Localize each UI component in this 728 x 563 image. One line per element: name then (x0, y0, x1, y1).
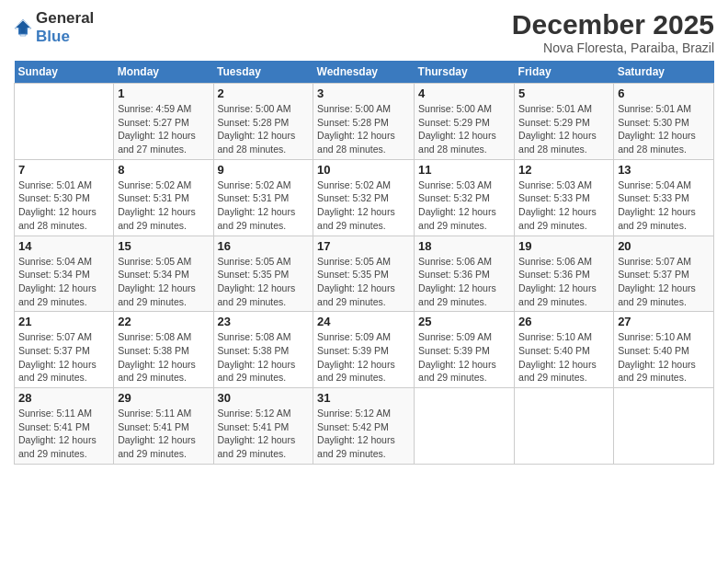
day-info: Sunrise: 5:11 AM Sunset: 5:41 PM Dayligh… (118, 407, 209, 461)
day-number: 8 (118, 163, 209, 177)
weekday-header: Saturday (614, 61, 714, 84)
day-info: Sunrise: 4:59 AM Sunset: 5:27 PM Dayligh… (118, 102, 209, 156)
day-number: 17 (317, 239, 410, 253)
calendar-cell: 22Sunrise: 5:08 AM Sunset: 5:38 PM Dayli… (114, 312, 213, 388)
day-number: 28 (18, 391, 109, 405)
header: General Blue December 2025 Nova Floresta… (14, 9, 714, 55)
day-number: 16 (218, 239, 310, 253)
calendar-week-row: 14Sunrise: 5:04 AM Sunset: 5:34 PM Dayli… (15, 236, 714, 312)
day-info: Sunrise: 5:09 AM Sunset: 5:39 PM Dayligh… (317, 330, 410, 385)
calendar-cell: 25Sunrise: 5:09 AM Sunset: 5:39 PM Dayli… (415, 312, 515, 388)
day-info: Sunrise: 5:12 AM Sunset: 5:42 PM Dayligh… (317, 407, 410, 461)
weekday-header: Wednesday (313, 61, 415, 84)
calendar-cell (515, 388, 614, 465)
calendar-cell: 30Sunrise: 5:12 AM Sunset: 5:41 PM Dayli… (213, 388, 313, 465)
calendar-cell: 5Sunrise: 5:01 AM Sunset: 5:29 PM Daylig… (515, 84, 614, 160)
day-info: Sunrise: 5:02 AM Sunset: 5:32 PM Dayligh… (317, 178, 410, 233)
day-info: Sunrise: 5:04 AM Sunset: 5:34 PM Dayligh… (18, 255, 109, 309)
weekday-header: Tuesday (213, 61, 313, 84)
day-info: Sunrise: 5:06 AM Sunset: 5:36 PM Dayligh… (518, 255, 609, 309)
day-number: 7 (18, 163, 109, 177)
day-number: 6 (618, 86, 710, 100)
weekday-header: Thursday (415, 61, 515, 84)
day-number: 2 (218, 86, 310, 100)
calendar-week-row: 21Sunrise: 5:07 AM Sunset: 5:37 PM Dayli… (15, 312, 714, 388)
day-number: 31 (317, 391, 410, 405)
calendar-cell: 19Sunrise: 5:06 AM Sunset: 5:36 PM Dayli… (515, 236, 614, 312)
day-number: 12 (518, 163, 609, 177)
header-row: SundayMondayTuesdayWednesdayThursdayFrid… (15, 61, 714, 84)
day-number: 19 (518, 239, 609, 253)
day-info: Sunrise: 5:03 AM Sunset: 5:32 PM Dayligh… (418, 178, 510, 233)
subtitle: Nova Floresta, Paraiba, Brazil (512, 40, 714, 55)
day-info: Sunrise: 5:11 AM Sunset: 5:41 PM Dayligh… (18, 407, 109, 461)
calendar-cell: 11Sunrise: 5:03 AM Sunset: 5:32 PM Dayli… (415, 159, 515, 236)
calendar-cell: 2Sunrise: 5:00 AM Sunset: 5:28 PM Daylig… (213, 84, 313, 160)
day-info: Sunrise: 5:12 AM Sunset: 5:41 PM Dayligh… (218, 407, 310, 461)
day-info: Sunrise: 5:06 AM Sunset: 5:36 PM Dayligh… (418, 255, 510, 309)
day-number: 30 (218, 391, 310, 405)
day-info: Sunrise: 5:08 AM Sunset: 5:38 PM Dayligh… (118, 330, 209, 385)
weekday-header: Monday (114, 61, 213, 84)
day-info: Sunrise: 5:10 AM Sunset: 5:40 PM Dayligh… (518, 330, 609, 385)
day-number: 10 (317, 163, 410, 177)
day-number: 15 (118, 239, 209, 253)
day-number: 25 (418, 315, 510, 328)
day-info: Sunrise: 5:01 AM Sunset: 5:29 PM Dayligh… (518, 102, 609, 156)
calendar-cell: 13Sunrise: 5:04 AM Sunset: 5:33 PM Dayli… (614, 159, 714, 236)
day-info: Sunrise: 5:01 AM Sunset: 5:30 PM Dayligh… (618, 102, 710, 156)
calendar-cell: 24Sunrise: 5:09 AM Sunset: 5:39 PM Dayli… (313, 312, 415, 388)
calendar-cell: 10Sunrise: 5:02 AM Sunset: 5:32 PM Dayli… (313, 159, 415, 236)
day-number: 26 (518, 315, 609, 328)
day-number: 5 (518, 86, 609, 100)
day-number: 9 (218, 163, 310, 177)
calendar-cell: 27Sunrise: 5:10 AM Sunset: 5:40 PM Dayli… (614, 312, 714, 388)
logo-general: General (36, 9, 94, 27)
calendar-cell: 31Sunrise: 5:12 AM Sunset: 5:42 PM Dayli… (313, 388, 415, 465)
logo-icon (14, 18, 32, 37)
day-number: 11 (418, 163, 510, 177)
day-number: 4 (418, 86, 510, 100)
calendar-cell: 9Sunrise: 5:02 AM Sunset: 5:31 PM Daylig… (213, 159, 313, 236)
day-info: Sunrise: 5:00 AM Sunset: 5:28 PM Dayligh… (218, 102, 310, 156)
calendar-cell: 23Sunrise: 5:08 AM Sunset: 5:38 PM Dayli… (213, 312, 313, 388)
calendar-cell (15, 84, 114, 160)
day-number: 22 (118, 315, 209, 328)
day-number: 14 (18, 239, 109, 253)
calendar-cell: 3Sunrise: 5:00 AM Sunset: 5:28 PM Daylig… (313, 84, 415, 160)
day-number: 13 (618, 163, 710, 177)
logo: General Blue (14, 9, 94, 46)
day-number: 29 (118, 391, 209, 405)
calendar-cell: 4Sunrise: 5:00 AM Sunset: 5:29 PM Daylig… (415, 84, 515, 160)
day-number: 3 (317, 86, 410, 100)
day-info: Sunrise: 5:00 AM Sunset: 5:29 PM Dayligh… (418, 102, 510, 156)
calendar-cell: 14Sunrise: 5:04 AM Sunset: 5:34 PM Dayli… (15, 236, 114, 312)
title-block: December 2025 Nova Floresta, Paraiba, Br… (512, 9, 714, 55)
day-number: 1 (118, 86, 209, 100)
day-info: Sunrise: 5:03 AM Sunset: 5:33 PM Dayligh… (518, 178, 609, 233)
calendar-table: SundayMondayTuesdayWednesdayThursdayFrid… (14, 61, 714, 465)
day-info: Sunrise: 5:01 AM Sunset: 5:30 PM Dayligh… (18, 178, 109, 233)
day-info: Sunrise: 5:04 AM Sunset: 5:33 PM Dayligh… (618, 178, 710, 233)
day-info: Sunrise: 5:09 AM Sunset: 5:39 PM Dayligh… (418, 330, 510, 385)
calendar-week-row: 1Sunrise: 4:59 AM Sunset: 5:27 PM Daylig… (15, 84, 714, 160)
calendar-cell (614, 388, 714, 465)
day-info: Sunrise: 5:10 AM Sunset: 5:40 PM Dayligh… (618, 330, 710, 385)
day-info: Sunrise: 5:05 AM Sunset: 5:34 PM Dayligh… (118, 255, 209, 309)
calendar-cell: 28Sunrise: 5:11 AM Sunset: 5:41 PM Dayli… (15, 388, 114, 465)
day-number: 18 (418, 239, 510, 253)
day-number: 20 (618, 239, 710, 253)
weekday-header: Friday (515, 61, 614, 84)
calendar-cell: 21Sunrise: 5:07 AM Sunset: 5:37 PM Dayli… (15, 312, 114, 388)
day-info: Sunrise: 5:02 AM Sunset: 5:31 PM Dayligh… (218, 178, 310, 233)
calendar-week-row: 28Sunrise: 5:11 AM Sunset: 5:41 PM Dayli… (15, 388, 714, 465)
month-title: December 2025 (512, 9, 714, 40)
logo-blue: Blue (36, 28, 70, 45)
calendar-week-row: 7Sunrise: 5:01 AM Sunset: 5:30 PM Daylig… (15, 159, 714, 236)
calendar-cell: 12Sunrise: 5:03 AM Sunset: 5:33 PM Dayli… (515, 159, 614, 236)
page-container: General Blue December 2025 Nova Floresta… (0, 0, 728, 474)
day-info: Sunrise: 5:00 AM Sunset: 5:28 PM Dayligh… (317, 102, 410, 156)
calendar-cell: 29Sunrise: 5:11 AM Sunset: 5:41 PM Dayli… (114, 388, 213, 465)
calendar-cell: 26Sunrise: 5:10 AM Sunset: 5:40 PM Dayli… (515, 312, 614, 388)
calendar-cell: 6Sunrise: 5:01 AM Sunset: 5:30 PM Daylig… (614, 84, 714, 160)
